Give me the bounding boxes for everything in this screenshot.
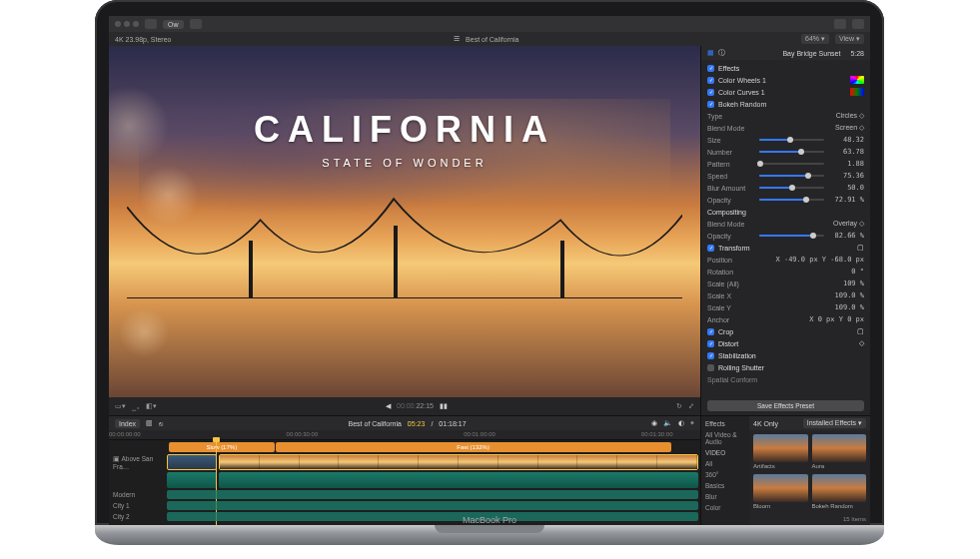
pause-icon[interactable]: ▮▮ bbox=[440, 402, 448, 410]
inspector-duration: 5:28 bbox=[850, 50, 864, 57]
role-clip[interactable] bbox=[167, 512, 698, 521]
distort-onscreen-icon[interactable]: ◇ bbox=[859, 339, 864, 347]
effect-name: Bokeh Random bbox=[812, 503, 867, 509]
param-slider[interactable] bbox=[759, 163, 824, 165]
audio-clip-main[interactable] bbox=[219, 472, 698, 488]
clip-main[interactable] bbox=[219, 454, 698, 470]
browser-category[interactable]: Basics bbox=[701, 480, 749, 491]
effect-thumbnail bbox=[753, 434, 808, 462]
browser-category[interactable]: Blur bbox=[701, 491, 749, 502]
stabilization-checkbox[interactable]: ✓ bbox=[707, 352, 714, 359]
library-toggle-icon[interactable] bbox=[145, 19, 157, 29]
browser-category[interactable]: 360° bbox=[701, 469, 749, 480]
param-value: 72.91 % bbox=[828, 196, 864, 204]
role-label[interactable]: City 2 bbox=[109, 513, 167, 520]
clip-appearance-icon[interactable]: ▥ bbox=[146, 419, 153, 427]
tool-trim-icon[interactable]: ⎯▾ bbox=[132, 403, 140, 410]
video-inspector-icon[interactable]: ▦ bbox=[707, 49, 714, 57]
share-icon[interactable] bbox=[852, 19, 864, 29]
timeline-ruler[interactable]: 00:00:00:0000:00:30:0000:01:00:0000:01:3… bbox=[109, 430, 700, 440]
device-label: MacBook Pro bbox=[463, 515, 516, 525]
opacity-slider[interactable] bbox=[759, 235, 824, 237]
crop-label: Crop bbox=[718, 328, 733, 335]
browser-scope[interactable]: 4K Only bbox=[753, 420, 778, 427]
browser-category[interactable]: VIDEO bbox=[701, 447, 749, 458]
effect-item[interactable]: Bloom bbox=[753, 474, 808, 510]
tool-marker-icon[interactable]: ◧▾ bbox=[146, 402, 157, 410]
crop-onscreen-icon[interactable]: ▢ bbox=[857, 327, 864, 335]
ruler-tick: 00:00:00:00 bbox=[109, 431, 141, 437]
timeline-tracks[interactable]: Slow (17%)Fast (132%) ▣ Above San Fra… M… bbox=[109, 440, 700, 525]
speed-segment[interactable]: Slow (17%) bbox=[169, 442, 275, 452]
transform-param-value[interactable]: 109.0 % bbox=[834, 291, 864, 299]
param-slider[interactable] bbox=[759, 187, 824, 189]
solo-icon[interactable]: ◐ bbox=[678, 419, 684, 427]
param-value: 75.36 bbox=[828, 172, 864, 180]
speed-segment[interactable]: Fast (132%) bbox=[276, 442, 671, 452]
connected-clip[interactable]: ▣ Above San Fra… bbox=[109, 455, 167, 470]
param-slider[interactable] bbox=[759, 199, 824, 201]
tool-select-icon[interactable]: ▭▾ bbox=[115, 402, 126, 410]
color-wheel-icon[interactable] bbox=[850, 76, 864, 84]
distort-checkbox[interactable]: ✓ bbox=[707, 340, 714, 347]
color-wheels-label: Color Wheels 1 bbox=[718, 77, 766, 84]
transform-param-value[interactable]: 0 ° bbox=[851, 268, 864, 276]
role-label[interactable]: Modern bbox=[109, 491, 167, 498]
zoom-dropdown[interactable]: 64% ▾ bbox=[801, 34, 829, 44]
role-clip[interactable] bbox=[167, 490, 698, 499]
transform-checkbox[interactable]: ✓ bbox=[707, 245, 714, 252]
param-dropdown[interactable]: Screen ◇ bbox=[759, 124, 864, 132]
role-label[interactable]: City 1 bbox=[109, 502, 167, 509]
effect-item[interactable]: Aura bbox=[812, 434, 867, 470]
transform-onscreen-icon[interactable]: ▢ bbox=[857, 244, 864, 252]
effect-name: Bloom bbox=[753, 503, 808, 509]
transform-param-value[interactable]: 109 % bbox=[843, 280, 864, 287]
transform-param-value[interactable]: 109.0 % bbox=[834, 303, 864, 311]
audio-skim-icon[interactable]: 🔈 bbox=[663, 419, 672, 427]
snapping-icon[interactable]: ⎋ bbox=[159, 420, 163, 427]
crop-checkbox[interactable]: ✓ bbox=[707, 328, 714, 335]
param-slider[interactable] bbox=[759, 175, 824, 177]
transform-param-value[interactable]: X 0 px Y 0 px bbox=[809, 315, 864, 323]
param-slider[interactable] bbox=[759, 151, 824, 153]
save-effects-preset-button[interactable]: Save Effects Preset bbox=[707, 400, 864, 411]
effects-checkbox[interactable]: ✓ bbox=[707, 65, 714, 72]
info-inspector-icon[interactable]: ⓘ bbox=[718, 48, 725, 58]
ow-button[interactable]: Ow bbox=[163, 20, 184, 29]
effect-thumbnail bbox=[753, 474, 808, 502]
param-label: Pattern bbox=[707, 161, 755, 168]
browser-category[interactable]: Color bbox=[701, 502, 749, 513]
inspector-toggle-icon[interactable] bbox=[834, 19, 846, 29]
opacity-value: 82.66 % bbox=[828, 232, 864, 240]
skimming-icon[interactable]: ◉ bbox=[651, 419, 657, 427]
snap-icon[interactable]: ⌖ bbox=[690, 419, 694, 427]
view-dropdown[interactable]: View ▾ bbox=[835, 34, 864, 44]
clip-above[interactable] bbox=[167, 454, 217, 470]
effect-item[interactable]: Bokeh Random bbox=[812, 474, 867, 510]
browser-collection-dropdown[interactable]: Installed Effects ▾ bbox=[803, 418, 866, 428]
browser-category[interactable]: All Video & Audio bbox=[701, 429, 749, 447]
rolling-shutter-checkbox[interactable] bbox=[707, 364, 714, 371]
color-curves-icon[interactable] bbox=[850, 88, 864, 96]
param-dropdown[interactable]: Circles ◇ bbox=[759, 112, 864, 120]
browser-category[interactable]: All bbox=[701, 458, 749, 469]
effect-item[interactable]: Artifacts bbox=[753, 434, 808, 470]
bokeh-checkbox[interactable]: ✓ bbox=[707, 101, 714, 108]
format-label: 4K 23.98p, Stereo bbox=[115, 36, 171, 43]
transform-param-label: Position bbox=[707, 257, 755, 264]
index-button[interactable]: Index bbox=[115, 419, 140, 428]
role-clip[interactable] bbox=[167, 501, 698, 510]
blend-mode-dropdown[interactable]: Overlay ◇ bbox=[759, 220, 864, 228]
loop-icon[interactable]: ↻ bbox=[676, 402, 682, 410]
history-icon[interactable] bbox=[190, 19, 202, 29]
param-slider[interactable] bbox=[759, 139, 824, 141]
inspector-clip-name: Bay Bridge Sunset bbox=[782, 50, 840, 57]
play-back-icon[interactable]: ◀ bbox=[386, 402, 391, 410]
transform-param-value[interactable]: X -49.0 px Y -68.0 px bbox=[775, 256, 864, 264]
color-curves-checkbox[interactable]: ✓ bbox=[707, 89, 714, 96]
fullscreen-icon[interactable]: ⤢ bbox=[688, 402, 694, 410]
viewer-canvas[interactable]: CALIFORNIA STATE OF WONDER bbox=[109, 46, 700, 397]
audio-clip[interactable] bbox=[167, 472, 217, 488]
color-wheels-checkbox[interactable]: ✓ bbox=[707, 77, 714, 84]
distort-label: Distort bbox=[718, 340, 738, 347]
